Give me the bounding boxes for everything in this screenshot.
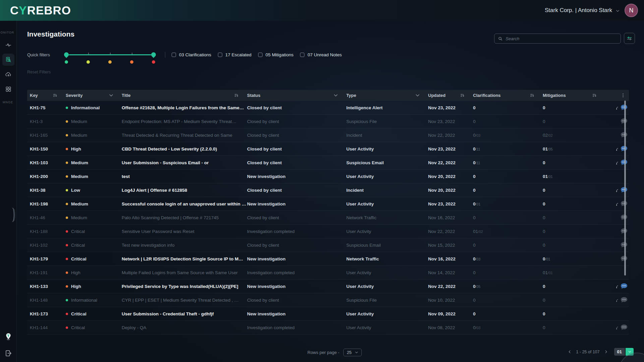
column-header-key[interactable]: Key xyxy=(27,93,66,98)
reset-filters-button[interactable]: Reset Filters xyxy=(27,70,51,74)
sidebar-item-apps-grid[interactable] xyxy=(2,83,14,95)
reply-arrow-icon xyxy=(616,202,620,207)
table-row[interactable]: KH1-148InformationalCYR | EPP | ESET | M… xyxy=(27,293,629,307)
table-scrollbar[interactable] xyxy=(624,101,626,276)
column-header-clarifications[interactable]: Clarifications xyxy=(473,93,543,98)
table-row[interactable]: KH1-200MediumtestNew investigationUser A… xyxy=(27,170,629,183)
row-severity: Low xyxy=(66,188,122,193)
count-value[interactable]: 01 xyxy=(543,146,548,152)
note-bubble-icon[interactable] xyxy=(620,296,628,304)
column-header-status[interactable]: Status xyxy=(247,93,346,98)
row-type: User Activity xyxy=(346,311,428,316)
slider-handle-max[interactable] xyxy=(150,51,157,58)
logout-icon[interactable] xyxy=(4,349,12,357)
filter-checkbox[interactable]: 17 Escalated xyxy=(218,52,251,57)
table-row[interactable]: KH1-191HighMultiple Failed Logins from S… xyxy=(27,266,629,280)
sidebar-expand-handle[interactable] xyxy=(11,207,16,223)
avatar[interactable]: N xyxy=(625,4,638,17)
table-row[interactable]: KH1-133HighPrivileged Service by Type wa… xyxy=(27,280,629,293)
rows-per-page-value: 25 xyxy=(347,350,351,355)
row-mitigations: 0 xyxy=(543,298,605,303)
chevron-down-icon[interactable] xyxy=(415,93,420,98)
table-row[interactable]: KH1-179CriticalNetwork | L2R IDS\IPS Det… xyxy=(27,252,629,266)
column-header-mitigations[interactable]: Mitigations xyxy=(543,93,605,98)
severity-dot xyxy=(66,107,68,109)
filter-adjust-button[interactable] xyxy=(624,33,635,44)
filter-checkbox[interactable]: 07 Unread Notes xyxy=(300,52,342,57)
rows-per-page-label: Rows per page - xyxy=(307,350,339,355)
count-total: /03 xyxy=(476,133,481,137)
severity-label: Medium xyxy=(71,160,88,165)
severity-label: Critical xyxy=(71,311,86,316)
row-status: Closed by client xyxy=(247,243,346,248)
next-page-button[interactable] xyxy=(604,350,608,354)
sidebar: MONITOR MNGE xyxy=(0,21,17,362)
sidebar-item-activity[interactable] xyxy=(2,39,14,51)
prev-page-button[interactable] xyxy=(568,350,572,354)
row-clarifications: 0/11 xyxy=(473,160,543,165)
location-pin-icon[interactable] xyxy=(4,333,12,341)
sidebar-item-cloud-upload[interactable] xyxy=(2,68,14,80)
column-header-updated[interactable]: Updated xyxy=(428,93,473,98)
row-mitigations: 0 xyxy=(543,215,605,220)
account-switcher[interactable]: Stark Corp. | Antonio Stark xyxy=(545,7,620,14)
count-value[interactable]: 01 xyxy=(543,174,548,179)
column-header-title[interactable]: Title xyxy=(122,93,247,98)
filter-checkbox[interactable]: 03 Clarifications xyxy=(172,52,211,57)
count-value[interactable]: 01 xyxy=(473,229,478,234)
severity-label: Critical xyxy=(71,229,85,234)
table-row[interactable]: KH1-198MediumSuccessful console login of… xyxy=(27,197,629,211)
checkbox-box[interactable] xyxy=(218,53,222,57)
table-row[interactable]: KH1-75InformationalOffense #21628, Multi… xyxy=(27,101,629,115)
table-row[interactable]: KH1-3MediumEndpoint Protection: MS ATP -… xyxy=(27,115,629,128)
table-row[interactable]: KH1-188CriticalSensitive User Password w… xyxy=(27,225,629,238)
slider-handle-min[interactable] xyxy=(63,51,70,58)
row-clarifications: 0 xyxy=(473,174,543,179)
severity-range-slider[interactable] xyxy=(66,53,154,57)
table-row[interactable]: KH1-173CriticalUser Submission - Credent… xyxy=(27,307,629,321)
table-row[interactable]: KH1-38LowLog4J Alert | Offense # 612858C… xyxy=(27,183,629,197)
table-row[interactable]: KH1-103MediumUser Submission - Suspiciou… xyxy=(27,156,629,170)
kebab-menu-icon[interactable] xyxy=(621,93,626,98)
row-note-icons xyxy=(605,323,629,332)
table-row[interactable]: KH1-144CriticalDeploy - QAInvestigation … xyxy=(27,321,629,335)
chevron-down-icon[interactable] xyxy=(333,93,338,98)
checkbox-box[interactable] xyxy=(258,53,262,57)
sort-icon[interactable] xyxy=(530,93,535,98)
severity-label: Medium xyxy=(71,201,88,206)
search-input[interactable] xyxy=(506,36,617,41)
brand-logo[interactable]: CYREBRO xyxy=(10,4,71,17)
checkbox-label: 17 Escalated xyxy=(225,52,251,57)
count-value[interactable]: 01 xyxy=(543,270,548,275)
rows-per-page-select[interactable]: 25 xyxy=(343,349,361,356)
row-mitigations: 0 xyxy=(543,284,605,289)
filter-checkbox[interactable]: 05 Mitigations xyxy=(258,52,293,57)
checkbox-box[interactable] xyxy=(172,53,176,57)
row-title: CBD Threat Detected - Low Severity (2.2.… xyxy=(122,146,247,152)
row-status: Closed by client xyxy=(247,119,346,124)
logo-rest: REBRO xyxy=(27,4,71,17)
table-row[interactable]: KH1-46MediumPalo Alto Scanning Detected … xyxy=(27,211,629,225)
reply-arrow-icon xyxy=(616,106,620,111)
note-bubble-icon[interactable] xyxy=(620,282,628,291)
column-header-type[interactable]: Type xyxy=(346,93,428,98)
count-value[interactable]: 02 xyxy=(543,133,548,138)
checkbox-box[interactable] xyxy=(300,53,304,57)
reply-arrow-icon xyxy=(616,285,620,290)
sidebar-item-investigations-search[interactable] xyxy=(2,54,14,66)
sort-icon[interactable] xyxy=(234,93,239,98)
severity-label: High xyxy=(71,284,81,289)
table-row[interactable]: KH1-165MediumThreat Detected & Recurring… xyxy=(27,128,629,142)
column-header-severity[interactable]: Severity xyxy=(66,93,122,98)
severity-dot xyxy=(65,60,68,64)
sort-icon[interactable] xyxy=(592,93,597,98)
row-note-icons xyxy=(605,282,629,291)
row-title: Multiple Failed Logins from Same Source … xyxy=(122,270,247,275)
note-bubble-icon[interactable] xyxy=(620,323,628,332)
row-updated: Nov 08, 2022 xyxy=(428,325,473,330)
table-row[interactable]: KH1-102CriticalTest new investigation in… xyxy=(27,238,629,252)
chevron-down-icon[interactable] xyxy=(109,93,114,98)
table-row[interactable]: KH1-150HighCBD Threat Detected - Low Sev… xyxy=(27,142,629,156)
sort-icon[interactable] xyxy=(53,93,58,98)
sort-icon[interactable] xyxy=(460,93,465,98)
